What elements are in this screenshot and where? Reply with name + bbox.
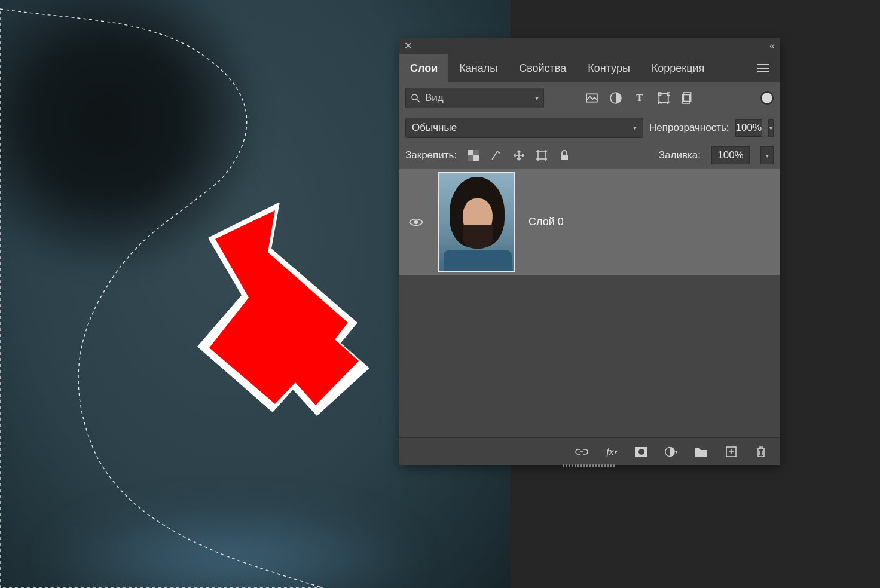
new-layer-icon[interactable] [725, 445, 738, 458]
search-icon [411, 93, 420, 103]
svg-rect-6 [659, 93, 668, 103]
fill-label: Заливка: [659, 149, 701, 161]
layer-visibility-toggle[interactable] [408, 218, 424, 227]
tab-adjust[interactable]: Коррекция [641, 54, 716, 82]
svg-rect-17 [538, 152, 545, 159]
fill-value[interactable]: 100% [711, 146, 750, 164]
eye-icon [409, 218, 423, 227]
blend-mode-select[interactable]: Обычные ▾ [405, 118, 643, 138]
fill-stepper[interactable]: ▾ [760, 146, 774, 164]
layer-name-label[interactable]: Слой 0 [528, 216, 564, 228]
panel-titlebar[interactable]: ✕ « [399, 38, 780, 54]
lock-artboard-icon[interactable] [536, 149, 548, 161]
delete-layer-icon[interactable] [754, 445, 768, 458]
collapse-panel-icon[interactable]: « [769, 41, 775, 51]
tab-channels-label: Каналы [459, 62, 497, 75]
panel-footer: fx▾ ▾ [399, 437, 780, 465]
layer-filter-row: Вид ▾ T [399, 82, 780, 114]
chevron-down-icon: ▾ [633, 124, 637, 132]
svg-point-29 [638, 449, 644, 455]
svg-rect-16 [468, 155, 473, 161]
tab-properties-label: Свойства [519, 62, 566, 75]
lock-image-icon[interactable] [490, 149, 502, 161]
svg-rect-14 [473, 155, 479, 161]
panel-menu-button[interactable] [752, 54, 775, 82]
layer-filter-icons: T [586, 92, 693, 104]
svg-rect-7 [658, 93, 661, 95]
canvas-shadow-blob [0, 0, 263, 275]
filter-adjust-icon[interactable] [610, 92, 622, 104]
filter-pixel-icon[interactable] [586, 92, 598, 104]
tab-layers-label: Слои [410, 62, 438, 75]
tab-layers[interactable]: Слои [399, 54, 448, 82]
new-group-icon[interactable] [695, 445, 708, 458]
lock-transparency-icon[interactable] [468, 149, 479, 161]
svg-rect-15 [473, 150, 479, 155]
svg-point-2 [412, 94, 417, 100]
tab-channels[interactable]: Каналы [448, 54, 508, 82]
lock-label: Закрепить: [405, 149, 457, 161]
chevron-down-icon: ▾ [535, 94, 539, 102]
panel-resize-grip[interactable] [563, 464, 616, 467]
svg-rect-26 [561, 155, 568, 160]
filter-text-icon[interactable]: T [634, 92, 646, 104]
hamburger-icon [757, 64, 769, 72]
layer-thumbnail[interactable] [438, 172, 515, 272]
layers-panel: ✕ « Слои Каналы Свойства Контуры Коррекц… [399, 38, 780, 465]
canvas-highlight [0, 480, 502, 588]
svg-point-27 [414, 220, 418, 223]
lock-position-icon[interactable] [513, 149, 525, 161]
svg-line-3 [417, 99, 420, 102]
blend-row: Обычные ▾ Непрозрачность: 100% ▾ [399, 114, 780, 142]
layers-list: Слой 0 [399, 169, 780, 437]
link-layers-icon[interactable] [575, 445, 588, 458]
filter-toggle[interactable] [760, 91, 774, 105]
panel-tabs: Слои Каналы Свойства Контуры Коррекция [399, 54, 780, 82]
tab-adjust-label: Коррекция [652, 62, 705, 75]
svg-rect-13 [468, 150, 473, 155]
thumbnail-image [439, 173, 514, 271]
tab-properties[interactable]: Свойства [508, 54, 577, 82]
layer-row[interactable]: Слой 0 [399, 169, 780, 275]
tab-paths[interactable]: Контуры [577, 54, 641, 82]
opacity-stepper[interactable]: ▾ [768, 119, 774, 137]
lock-row: Закрепить: Заливка: 100% ▾ [399, 142, 780, 169]
new-adjustment-icon[interactable]: ▾ [665, 445, 678, 458]
blend-mode-value: Обычные [412, 122, 457, 134]
layer-filter-label: Вид [425, 92, 444, 104]
close-panel-icon[interactable]: ✕ [404, 41, 412, 51]
filter-smart-icon[interactable] [682, 92, 693, 104]
layer-filter-select[interactable]: Вид ▾ [405, 88, 544, 108]
add-mask-icon[interactable] [635, 445, 648, 458]
opacity-value[interactable]: 100% [735, 119, 762, 137]
tab-paths-label: Контуры [588, 62, 630, 75]
opacity-label: Непрозрачность: [649, 122, 729, 134]
lock-all-icon[interactable] [558, 149, 570, 161]
filter-shape-icon[interactable] [658, 92, 670, 104]
layer-fx-icon[interactable]: fx▾ [605, 445, 618, 458]
